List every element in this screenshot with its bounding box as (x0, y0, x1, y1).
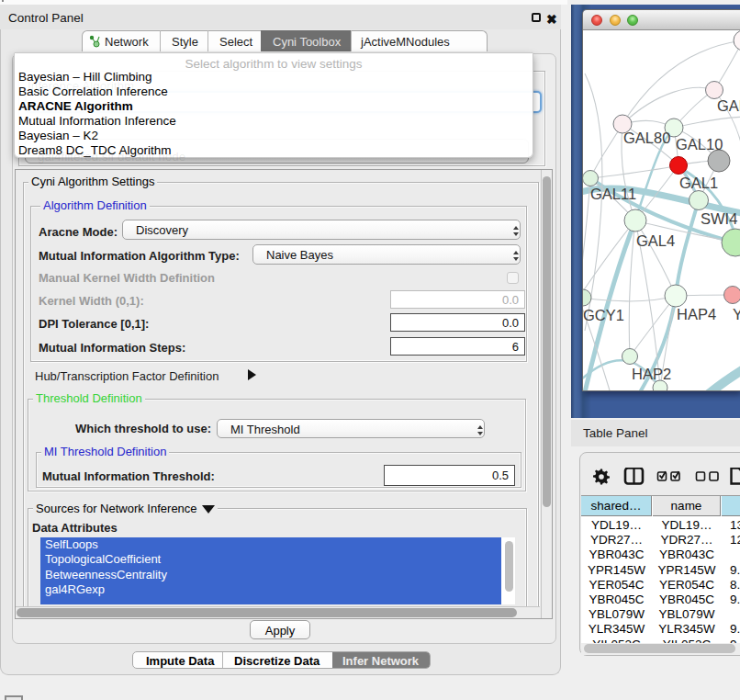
svg-text:SWI4: SWI4 (701, 210, 737, 227)
svg-text:GAL80: GAL80 (623, 130, 670, 146)
svg-text:YL: YL (733, 306, 740, 322)
svg-text:GAL11: GAL11 (590, 186, 636, 202)
svg-text:HAP2: HAP2 (632, 366, 671, 382)
svg-text:GAL4: GAL4 (636, 232, 675, 249)
svg-text:GAL2: GAL2 (717, 97, 740, 114)
svg-text:GAL1: GAL1 (679, 175, 718, 191)
svg-text:HAP4: HAP4 (677, 306, 716, 322)
svg-text:GAL10: GAL10 (676, 136, 723, 152)
svg-text:GCY1: GCY1 (583, 307, 624, 323)
